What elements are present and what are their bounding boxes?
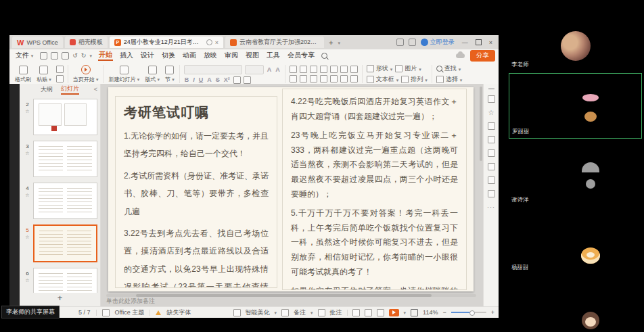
participant-tile[interactable]: 杨甜甜 bbox=[509, 209, 642, 274]
sorter-view-icon[interactable] bbox=[365, 309, 372, 316]
align-center-icon[interactable] bbox=[300, 75, 307, 82]
tab-wps-home[interactable]: W WPS Office bbox=[12, 37, 63, 48]
new-slide-button[interactable]: 新建幻灯片 bbox=[106, 63, 143, 85]
tab-document[interactable]: 云南省教育厅关于加强2024年硕士研 bbox=[225, 37, 324, 48]
close-button[interactable]: × bbox=[486, 39, 495, 46]
smart-beautify-button[interactable]: 智能美化 bbox=[246, 308, 270, 317]
align-left-icon[interactable] bbox=[290, 75, 297, 82]
picture-button[interactable]: 图片 bbox=[395, 64, 421, 73]
tab-outline[interactable]: 大纲 bbox=[41, 85, 53, 94]
zoom-slider-knob[interactable] bbox=[469, 310, 475, 316]
participant-tile-speaking[interactable]: 罗甜甜 bbox=[509, 73, 642, 139]
find-button[interactable]: 查找 bbox=[436, 64, 461, 73]
menu-insert[interactable]: 插入 bbox=[119, 51, 134, 60]
select-button[interactable]: 选择 bbox=[436, 75, 463, 84]
paste-button[interactable]: 粘贴 bbox=[34, 63, 54, 85]
slide-thumbnail-2[interactable] bbox=[33, 99, 97, 135]
tab-slides[interactable]: 幻灯片 bbox=[61, 85, 79, 95]
cut-icon[interactable] bbox=[56, 66, 64, 73]
chevron-down-icon[interactable] bbox=[89, 52, 92, 59]
preview-icon[interactable] bbox=[62, 52, 69, 60]
minimize-button[interactable]: — bbox=[459, 39, 471, 46]
menu-home[interactable]: 开始 bbox=[98, 50, 113, 61]
tab-docer-templates[interactable]: 稻壳模板 bbox=[65, 37, 108, 48]
new-tab-button[interactable]: + bbox=[326, 39, 336, 47]
cutout-icon[interactable] bbox=[488, 149, 495, 157]
collapse-strip-icon[interactable] bbox=[488, 89, 495, 89]
restore-button[interactable] bbox=[476, 39, 482, 45]
undo-icon[interactable]: ↺ bbox=[72, 52, 78, 59]
zoom-out-button[interactable]: − bbox=[442, 309, 446, 316]
image-panel-icon[interactable] bbox=[488, 136, 495, 143]
arrange-button[interactable]: 排列 bbox=[401, 75, 428, 84]
mindmap-icon[interactable] bbox=[488, 163, 495, 170]
shapes-button[interactable]: 形状 bbox=[367, 64, 393, 73]
tab-close-icon[interactable]: × bbox=[215, 39, 218, 46]
layout-button[interactable]: 版式 bbox=[142, 63, 162, 85]
slideshow-play-button[interactable] bbox=[389, 309, 399, 316]
menu-slideshow[interactable]: 放映 bbox=[203, 51, 218, 60]
cloud-sync-icon[interactable] bbox=[456, 53, 465, 58]
italic-button[interactable]: I bbox=[192, 76, 196, 83]
columns-icon[interactable] bbox=[350, 66, 358, 73]
menu-transition[interactable]: 切换 bbox=[161, 51, 176, 60]
text-effect-button[interactable]: A bbox=[206, 76, 212, 83]
fullscreen-icon[interactable] bbox=[411, 309, 418, 316]
qr-icon[interactable] bbox=[488, 190, 495, 197]
comments-button[interactable]: 批注 bbox=[330, 308, 342, 317]
participant-tile[interactable]: 李老师 bbox=[509, 21, 642, 71]
bullet-list-icon[interactable] bbox=[290, 66, 297, 73]
increase-font-button[interactable]: A bbox=[267, 66, 273, 73]
vertical-scrollbar[interactable] bbox=[480, 87, 482, 161]
zoom-level[interactable]: 114% bbox=[423, 309, 438, 316]
more-icon[interactable]: ··· bbox=[487, 204, 495, 210]
slide-textbox-left[interactable]: 考研笔试叮嘱 1.无论你学的如何，请一定要去考，并且坚持考完四科，给自己一个交代… bbox=[115, 96, 277, 288]
bold-button[interactable]: B bbox=[184, 76, 190, 83]
help-icon[interactable] bbox=[488, 176, 495, 184]
menu-file[interactable]: 文件 bbox=[15, 51, 34, 60]
login-button[interactable]: 立即登录 bbox=[421, 38, 455, 47]
vertical-align-icon[interactable] bbox=[340, 75, 348, 82]
horizontal-scrollbar[interactable] bbox=[106, 294, 476, 297]
participant-tile[interactable] bbox=[509, 277, 642, 332]
line-spacing-icon[interactable] bbox=[340, 66, 348, 73]
missing-font-label[interactable]: 缺失字体 bbox=[166, 308, 191, 317]
menu-design[interactable]: 设计 bbox=[140, 51, 155, 60]
menu-animation[interactable]: 动画 bbox=[182, 51, 197, 60]
settings-icon[interactable] bbox=[409, 39, 416, 46]
copy-icon[interactable] bbox=[56, 75, 64, 82]
tab-list-chevron-icon[interactable] bbox=[338, 39, 340, 46]
font-color-icon[interactable] bbox=[244, 76, 251, 84]
underline-button[interactable]: U bbox=[198, 76, 204, 83]
normal-view-icon[interactable] bbox=[352, 309, 360, 316]
theme-label[interactable]: Office 主题 bbox=[115, 308, 145, 317]
slide-textbox-right[interactable]: 4.22号吃完晚饭后回酒店开始复习英语作文＋肖四大题背诵（四套题建议过完一遍）；… bbox=[282, 89, 467, 290]
superscript-button[interactable]: X² bbox=[223, 76, 231, 83]
notes-placeholder[interactable]: 单击此处添加备注 bbox=[106, 297, 155, 306]
menu-tools[interactable]: 工具 bbox=[266, 51, 281, 60]
add-slide-button[interactable]: + bbox=[20, 293, 100, 306]
highlight-color-icon[interactable] bbox=[233, 76, 241, 84]
align-right-icon[interactable] bbox=[310, 75, 317, 82]
justify-icon[interactable] bbox=[320, 75, 327, 82]
zoom-slider[interactable] bbox=[451, 312, 486, 313]
print-icon[interactable] bbox=[51, 52, 58, 60]
panel-collapse-icon[interactable]: < bbox=[94, 86, 97, 93]
split-view-icon[interactable] bbox=[396, 39, 404, 46]
slide-thumbnail-5-current[interactable] bbox=[33, 224, 97, 262]
format-painter-button[interactable]: 格式刷 bbox=[12, 63, 34, 85]
font-size-input[interactable] bbox=[245, 65, 264, 74]
favorites-icon[interactable]: ☆ bbox=[488, 109, 495, 116]
slide-thumbnail-4[interactable] bbox=[33, 183, 97, 219]
menu-review[interactable]: 审阅 bbox=[224, 51, 239, 60]
decrease-indent-icon[interactable] bbox=[310, 66, 317, 73]
shapes-panel-icon[interactable] bbox=[488, 122, 495, 130]
distribute-icon[interactable] bbox=[330, 75, 338, 82]
text-direction-icon[interactable] bbox=[330, 66, 338, 73]
tab-sync-icon[interactable] bbox=[206, 39, 212, 45]
participant-tile[interactable]: 谢诗洋 bbox=[509, 141, 642, 206]
menu-view[interactable]: 视图 bbox=[245, 51, 260, 60]
strikethrough-button[interactable]: S bbox=[215, 76, 221, 83]
zoom-in-button[interactable]: + bbox=[491, 309, 495, 316]
properties-icon[interactable] bbox=[488, 95, 495, 103]
